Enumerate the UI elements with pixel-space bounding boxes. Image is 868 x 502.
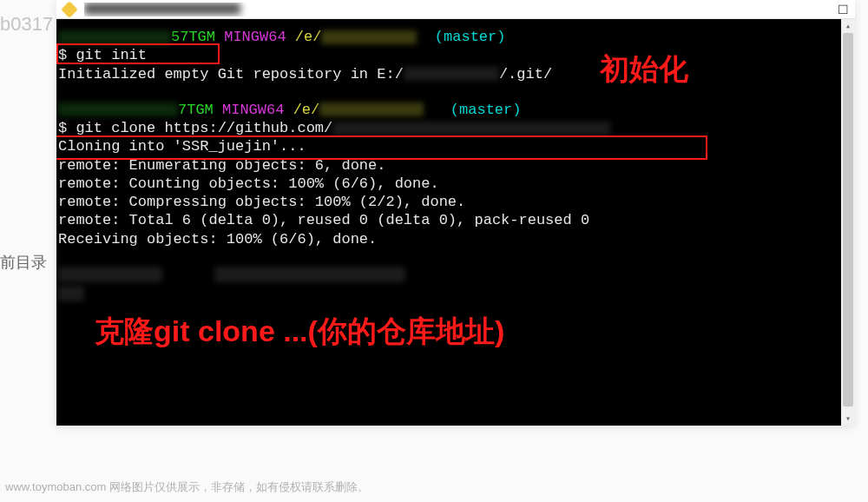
output-init: Initialized empty Git repository in E://… [58, 65, 855, 83]
output-compressing: remote: Compressing objects: 100% (2/2),… [58, 193, 855, 211]
scroll-down-arrow[interactable]: ▾ [841, 412, 855, 426]
output-cloning: Cloning into 'SSR_juejin'... [58, 137, 855, 155]
terminal-content[interactable]: 57TGM MINGW64 /e/ (master) $ git init In… [56, 19, 855, 426]
prompt-line-2: 7TGM MINGW64 /e/ (master) [58, 101, 855, 119]
output-total: remote: Total 6 (delta 0), reused 0 (del… [58, 211, 855, 229]
prompt-line-3 [58, 266, 855, 284]
blank-line [58, 83, 855, 101]
scroll-up-arrow[interactable]: ▴ [841, 19, 855, 33]
prompt-line-1: 57TGM MINGW64 /e/ (master) [58, 28, 855, 46]
maximize-button[interactable]: ☐ [838, 4, 848, 15]
title-bar: ☐ [56, 0, 855, 19]
window-controls: ☐ [838, 4, 848, 15]
output-counting: remote: Counting objects: 100% (6/6), do… [58, 175, 855, 193]
blank-line-2 [58, 248, 855, 266]
output-receiving: Receiving objects: 100% (6/6), done. [58, 230, 855, 248]
background-fragment-mid: 前目录 [0, 252, 47, 273]
terminal-window: ☐ 57TGM MINGW64 /e/ (master) $ git init … [56, 0, 855, 426]
background-fragment-left: b0317 [0, 13, 53, 36]
scrollbar[interactable]: ▴ ▾ [841, 19, 855, 426]
annotation-clone: 克隆git clone ...(你的仓库地址) [95, 313, 504, 350]
title-blurred-region [84, 3, 240, 15]
redacted-line [58, 284, 855, 302]
scroll-thumb[interactable] [843, 33, 853, 406]
output-enumerating: remote: Enumerating objects: 6, done. [58, 156, 855, 175]
command-git-clone: $ git clone https://github.com/ [58, 119, 855, 137]
command-git-init: $ git init [58, 46, 855, 64]
git-bash-icon [61, 1, 78, 18]
window-title [84, 3, 838, 17]
footer-watermark: www.toymoban.com 网络图片仅供展示，非存储，如有侵权请联系删除。 [5, 479, 369, 495]
